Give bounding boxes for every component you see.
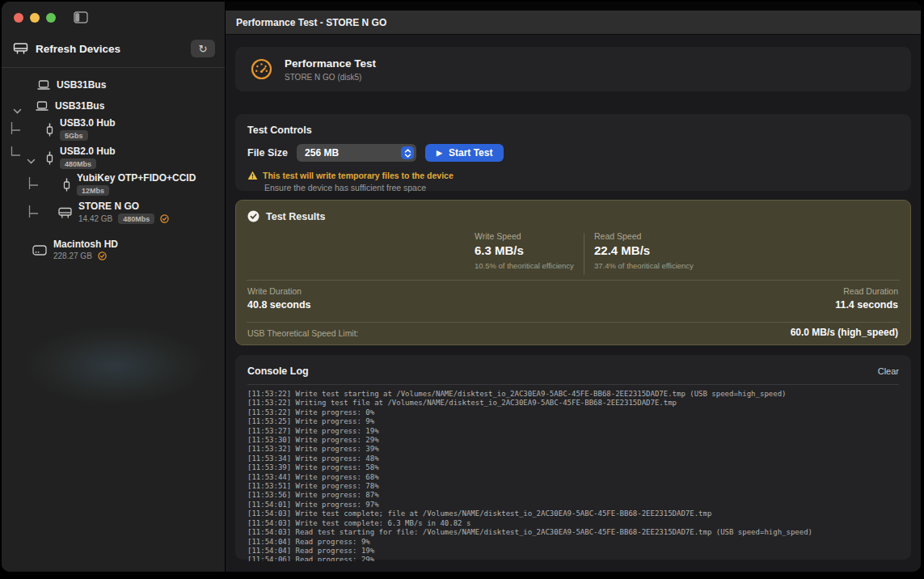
usb-plug-icon [46,123,53,137]
tree-connector [28,205,40,222]
sidebar-vibrancy-glow [2,309,225,454]
device-row-storengo[interactable]: STORE N GO 14.42 GB 480Mbs [2,199,225,226]
refresh-devices-header: Refresh Devices ↻ [2,23,225,67]
device-label: USB31Bus [55,101,104,112]
read-duration-block: Read Duration 11.4 seconds [835,286,898,311]
refresh-button[interactable]: ↻ [191,40,215,57]
check-circle-icon [98,251,107,260]
main-panel: Performance Test - STORE N GO [226,2,921,572]
warning-triangle-icon [247,171,258,180]
speed-badge: 480Mbs [60,158,96,169]
device-row-macintoshhd[interactable]: Macintosh HD 228.27 GB [2,236,225,264]
speed-divider [584,233,584,275]
log-line: [11:53:27] Write progress: 19% [247,427,899,436]
console-log-title: Console Log [247,366,309,377]
speed-badge: 12Mbs [77,185,109,196]
device-row-usb31bus-2[interactable]: USB31Bus [2,97,225,115]
file-size-label: File Size [247,147,288,158]
device-label: STORE N GO [78,201,169,212]
log-line: [11:53:51] Write progress: 78% [247,482,899,491]
write-duration-block: Write Duration 40.8 seconds [247,286,311,311]
usb-limit-value: 60.0 MB/s (high_speed) [791,327,898,338]
device-row-usb30hub[interactable]: USB3.0 Hub 5Gbs [2,116,225,142]
check-circle-filled-icon [247,210,259,222]
minimize-button[interactable] [30,13,40,23]
usb-plug-icon [63,178,70,192]
log-line: [11:53:22] Write progress: 0% [247,408,899,417]
play-icon: ▶ [437,150,442,157]
log-line: [11:53:32] Write progress: 39% [247,445,899,454]
chevron-down-icon[interactable] [27,154,36,168]
device-label: Macintosh HD [53,239,118,250]
write-speed-block: Write Speed 6.3 MB/s 10.5% of theoritica… [475,231,574,270]
file-size-value: 256 MB [305,147,339,158]
usb-limit-label: USB Theoretical Speed Limit: [247,328,359,338]
start-test-label: Start Test [449,147,492,158]
log-line: [11:54:01] Write progress: 97% [247,501,899,509]
test-controls-card: Test Controls File Size 256 MB ▶ Start T… [235,114,911,191]
zoom-button[interactable] [46,13,56,23]
window-top-strip [226,2,921,11]
results-divider-2 [247,322,900,323]
tree-connector [11,122,22,138]
device-label: USB31Bus [57,80,106,91]
log-line: [11:53:44] Write progress: 68% [247,473,899,482]
tree-connector [28,177,40,193]
write-efficiency: 10.5% of theoritical efficiency [475,261,574,270]
device-tree: USB31Bus USB31Bus USB3.0 Hu [2,68,225,264]
log-line: [11:53:22] Write test starting at /Volum… [247,390,899,399]
refresh-devices-label: Refresh Devices [36,43,191,55]
log-line: [11:53:22] Writing test file at /Volumes… [247,399,899,408]
log-line: [11:54:04] Read progress: 9% [247,538,899,547]
log-line: [11:53:56] Write progress: 87% [247,491,899,500]
main-content: Performance Test STORE N GO (disk5) Test… [226,35,921,572]
speed-badge: 480Mbs [118,213,154,224]
clear-log-button[interactable]: Clear [878,366,899,376]
device-row-usb31bus-1[interactable]: USB31Bus [2,76,225,94]
read-speed-label: Read Speed [594,231,694,241]
console-log-card: Console Log Clear [11:53:22] Write test … [235,355,911,560]
log-line: [11:53:30] Write progress: 29% [247,436,899,445]
sidebar-toggle-icon[interactable] [74,11,88,23]
device-row-usb20hub[interactable]: USB2.0 Hub 480Mbs [2,145,225,171]
window-controls [2,2,225,23]
start-test-button[interactable]: ▶ Start Test [425,144,504,162]
tree-connector [11,146,22,161]
read-speed-block: Read Speed 22.4 MB/s 37.4% of theoritica… [594,231,694,270]
write-duration-value: 40.8 seconds [247,299,311,311]
sidebar: Refresh Devices ↻ USB31Bus USB31Bus [2,2,226,572]
file-size-select[interactable]: 256 MB [297,144,416,162]
write-duration-label: Write Duration [247,286,311,296]
write-speed-value: 6.3 MB/s [475,243,574,257]
usb-plug-icon [46,151,53,165]
log-line: [11:53:25] Write progress: 9% [247,417,899,426]
speed-badge: 5Gbs [60,130,88,141]
detail-title: Performance Test - STORE N GO [236,17,386,28]
page-subtitle: STORE N GO (disk5) [285,73,376,82]
log-line: [11:54:03] Write test complete; file at … [247,509,899,518]
device-size: 228.27 GB [53,251,92,260]
warning-subtext: Ensure the device has sufficient free sp… [264,183,899,192]
read-duration-value: 11.4 seconds [835,299,898,311]
performance-test-header-card: Performance Test STORE N GO (disk5) [235,47,911,91]
log-line: [11:54:03] Read test starting for file: … [247,528,899,537]
read-duration-label: Read Duration [835,286,898,296]
log-line: [11:53:39] Write progress: 58% [247,463,899,472]
refresh-icon: ↻ [199,43,208,55]
computer-icon [37,80,50,91]
log-line: [11:53:34] Write progress: 48% [247,454,899,463]
close-button[interactable] [14,13,23,23]
test-controls-title: Test Controls [247,125,899,136]
external-drive-icon [13,42,28,56]
device-row-yubikey[interactable]: YubiKey OTP+FIDO+CCID 12Mbs [2,171,225,197]
console-log[interactable]: [11:53:22] Write test starting at /Volum… [247,390,899,561]
results-divider [247,280,900,281]
warning-text: This test will write temporary files to … [263,171,454,180]
check-circle-icon [160,214,169,223]
write-speed-label: Write Speed [475,231,574,241]
stepper-chevrons-icon [401,146,414,159]
log-line: [11:54:06] Read progress: 29% [247,556,899,561]
external-drive-icon [58,207,72,219]
test-results-title: Test Results [266,211,325,222]
internal-drive-icon [32,245,47,256]
